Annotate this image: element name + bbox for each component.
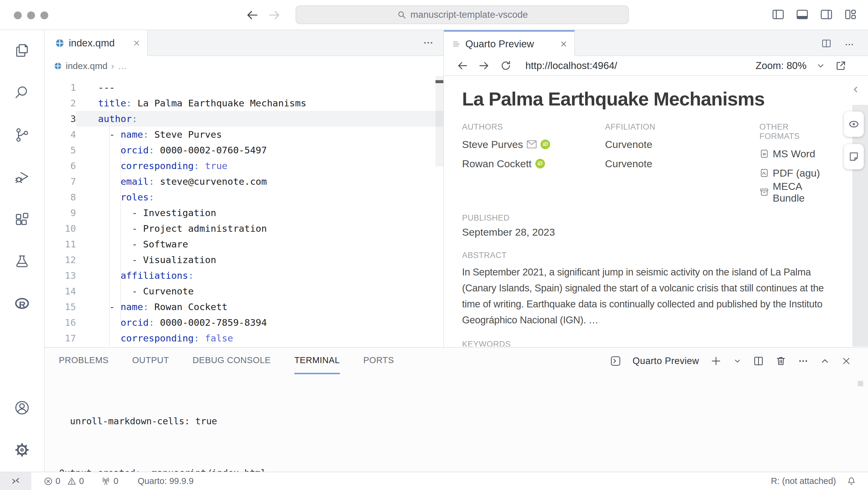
preview-eye-button[interactable] [844, 111, 864, 137]
preview-url[interactable]: http://localhost:4964/ [525, 60, 617, 71]
toggle-panel-icon[interactable] [795, 7, 809, 22]
breadcrumb[interactable]: index.qmd › … [44, 56, 443, 76]
orcid-icon[interactable]: iD [535, 159, 545, 168]
zoom-level[interactable]: Zoom: 80% [755, 60, 806, 71]
format-label[interactable]: MECA Bundle [773, 181, 829, 204]
breadcrumb-file[interactable]: index.qmd [66, 61, 107, 71]
forward-arrow-icon[interactable] [267, 8, 282, 22]
split-terminal-icon[interactable] [753, 355, 764, 367]
ports-status[interactable]: 0 [101, 476, 118, 486]
code-editor[interactable]: 1--- 2title: La Palma Earthquake Mechani… [44, 76, 443, 347]
maximize-panel-chevron-up-icon[interactable] [820, 356, 830, 366]
preview-scrollbar-gutter[interactable] [852, 105, 868, 347]
reload-icon[interactable] [499, 59, 512, 72]
titlebar: manuscript-template-vscode [0, 0, 868, 30]
close-window-button[interactable] [14, 11, 22, 19]
tab-ports[interactable]: PORTS [364, 348, 394, 374]
open-external-icon[interactable] [835, 60, 847, 72]
tab-terminal[interactable]: TERMINAL [294, 348, 340, 374]
line-number: 7 [44, 173, 76, 189]
tab-debug-console[interactable]: DEBUG CONSOLE [192, 348, 271, 374]
tab-problems[interactable]: PROBLEMS [59, 348, 108, 374]
document-title: La Palma Earthquake Mechanisms [462, 88, 829, 110]
new-terminal-plus-icon[interactable] [710, 355, 722, 367]
more-actions-ellipsis-icon[interactable] [844, 39, 855, 50]
terminal-dropdown-chevron-icon[interactable] [733, 357, 742, 365]
zoom-window-button[interactable] [40, 11, 48, 19]
scrollbar-thumb[interactable] [435, 76, 443, 166]
code-line: 1--- [44, 79, 443, 95]
code-line: 12 - Visualization [44, 252, 443, 268]
command-center-search[interactable]: manuscript-template-vscode [296, 5, 629, 24]
preview-forward-icon[interactable] [478, 59, 490, 72]
code-line: 5 orcid: 0000-0002-0760-5497 [44, 142, 443, 158]
svg-text:w: w [763, 152, 766, 156]
author-name: Rowan Cockett [462, 158, 532, 170]
code-line: 7 email: steve@curvenote.com [44, 173, 443, 189]
orcid-icon[interactable]: iD [540, 139, 550, 149]
search-view-icon[interactable] [13, 85, 30, 101]
run-debug-icon[interactable] [13, 169, 30, 186]
code-line: 16 orcid: 0000-0002-7859-8394 [44, 315, 443, 330]
editor-scrollbar[interactable] [435, 76, 443, 347]
preview-content[interactable]: La Palma Earthquake Mechanisms AUTHORS S… [444, 76, 868, 347]
tab-quarto-preview[interactable]: Quarto Preview [444, 30, 575, 56]
r-language-icon[interactable]: R [13, 295, 30, 312]
preview-note-button[interactable] [844, 144, 864, 169]
r-status[interactable]: R: (not attached) [771, 476, 836, 486]
format-label[interactable]: MS Word [773, 148, 815, 160]
explorer-icon[interactable] [13, 42, 30, 59]
warning-icon [67, 477, 76, 486]
tab-index-qmd[interactable]: index.qmd [44, 30, 148, 56]
back-arrow-icon[interactable] [245, 8, 259, 22]
quarto-version[interactable]: Quarto: 99.9.9 [137, 476, 193, 486]
terminal-scrollbar-thumb[interactable] [858, 381, 863, 386]
toggle-primary-sidebar-icon[interactable] [771, 7, 785, 22]
line-number: 12 [44, 252, 76, 268]
tab-output[interactable]: OUTPUT [132, 348, 169, 374]
tab-label: index.qmd [69, 37, 115, 49]
line-number: 17 [44, 330, 76, 346]
testing-icon[interactable] [13, 253, 30, 270]
source-control-icon[interactable] [13, 127, 30, 143]
chevron-down-icon[interactable] [815, 61, 826, 71]
settings-gear-icon[interactable] [13, 442, 30, 458]
bottom-panel: PROBLEMS OUTPUT DEBUG CONSOLE TERMINAL P… [44, 347, 868, 471]
code-line: 2title: La Palma Earthquake Mechanisms [44, 95, 443, 111]
notifications-bell-icon[interactable] [846, 476, 857, 486]
breadcrumb-more[interactable]: … [118, 61, 127, 71]
format-row[interactable]: MECA Bundle [760, 186, 829, 199]
format-label[interactable]: PDF (agu) [773, 167, 820, 179]
preview-back-icon[interactable] [456, 59, 469, 72]
toggle-secondary-sidebar-icon[interactable] [819, 7, 834, 22]
format-row[interactable]: PDF (agu) [760, 166, 829, 179]
terminal-line: unroll-markdown-cells: true [59, 415, 868, 428]
terminal-session-label[interactable]: Quarto Preview [632, 356, 699, 366]
panel-more-ellipsis-icon[interactable] [798, 355, 809, 367]
remote-indicator[interactable] [0, 472, 31, 490]
line-number: 8 [44, 189, 76, 205]
panel-actions: Quarto Preview [610, 348, 852, 374]
account-icon[interactable] [13, 399, 30, 416]
split-editor-icon[interactable] [821, 38, 832, 49]
format-row[interactable]: w MS Word [760, 147, 829, 160]
customize-layout-icon[interactable] [843, 7, 858, 22]
close-tab-icon[interactable] [132, 39, 141, 47]
mail-icon[interactable] [527, 140, 537, 149]
close-tab-icon[interactable] [559, 39, 568, 48]
meca-bundle-icon [760, 188, 769, 197]
extensions-icon[interactable] [13, 211, 30, 228]
chevron-left-collapse-icon[interactable] [850, 85, 861, 95]
affiliation-row: Curvenote [605, 157, 760, 170]
problems-status[interactable]: 0 0 [43, 476, 84, 486]
terminal-session-icon [610, 355, 622, 367]
minimize-window-button[interactable] [27, 11, 35, 19]
webview-list-icon [452, 39, 461, 49]
other-formats-label: OTHER FORMATS [760, 122, 829, 141]
activity-bar: R [0, 30, 44, 471]
close-panel-icon[interactable] [841, 356, 852, 366]
pdf-icon [760, 168, 769, 178]
kill-terminal-trash-icon[interactable] [775, 355, 786, 367]
editor-actions-ellipsis-icon[interactable] [422, 37, 434, 49]
vscode-window: manuscript-template-vscode [0, 0, 868, 490]
